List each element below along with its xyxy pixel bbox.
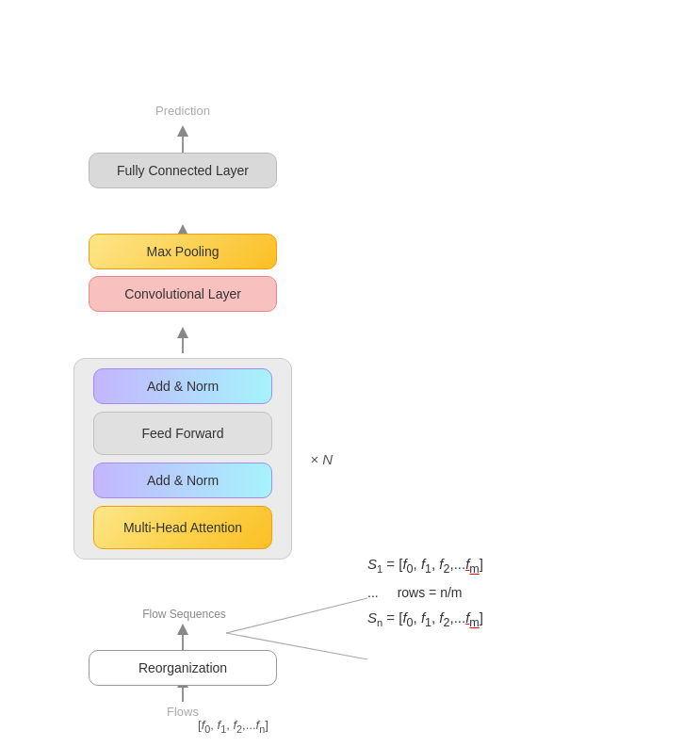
- convolutional-layer: Convolutional Layer: [89, 276, 277, 312]
- add-norm-top-group: Add & Norm: [88, 368, 278, 404]
- flows-label: Flows: [140, 705, 225, 719]
- multi-head-attention-box: Multi-Head Attention: [93, 506, 272, 549]
- repeat-n-label: × N: [310, 451, 333, 467]
- bottom-formula: [f0, f1, f2,...fn]: [198, 718, 269, 735]
- add-norm-1-box: Add & Norm: [93, 463, 272, 498]
- annotation-area: S1 = [f0, f1, f2,...fm] ... rows = n/m S…: [367, 556, 483, 629]
- feed-forward-group: Feed Forward: [88, 412, 278, 455]
- svg-marker-3: [177, 624, 188, 635]
- flow-sequences-label: Flow Sequences: [111, 608, 257, 621]
- s1-annotation: S1 = [f0, f1, f2,...fm]: [367, 556, 483, 576]
- multi-head-attention-group: Multi-Head Attention: [88, 506, 278, 549]
- svg-marker-5: [177, 327, 188, 338]
- add-norm-2-box: Add & Norm: [93, 368, 272, 404]
- dots-and-rows: ... rows = n/m: [367, 585, 483, 600]
- sn-annotation: Sn = [f0, f1, f2,...fm]: [367, 609, 483, 629]
- prediction-label: Prediction: [140, 102, 225, 119]
- transformer-block: Add & Norm Feed Forward Add & Norm Multi…: [73, 358, 292, 560]
- fully-connected-layer: Fully Connected Layer: [89, 153, 277, 188]
- diagram-container: Prediction Fully Connected Layer Max Poo…: [0, 0, 700, 747]
- max-pooling-layer: Max Pooling: [89, 234, 277, 269]
- reorganization-box: Reorganization: [89, 650, 277, 686]
- svg-marker-11: [177, 125, 188, 137]
- add-norm-bottom-group: Add & Norm: [88, 463, 278, 498]
- feed-forward-box: Feed Forward: [93, 412, 272, 455]
